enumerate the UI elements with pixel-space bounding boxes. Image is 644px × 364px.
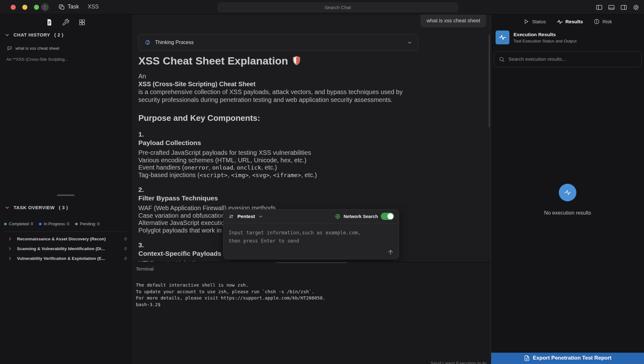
window-controls <box>595 3 640 11</box>
task-status-legend: Completed: 0In Progress: 0Pending: 0 <box>4 221 99 226</box>
export-report-button[interactable]: Export Penetration Test Report <box>491 353 644 364</box>
copy-stack-icon <box>58 4 65 10</box>
toggle-knob <box>387 213 393 219</box>
tools-wrench-icon[interactable] <box>62 18 70 26</box>
empty-state: No execution results <box>491 184 644 216</box>
section-items: Pre-crafted JavaScript payloads for test… <box>138 149 419 179</box>
right-tab-label: Results <box>565 19 583 25</box>
thinking-process-toggle[interactable]: Thinking Process <box>138 34 418 51</box>
chat-main-area: what is xss cheat sheet Thinking Process… <box>132 14 491 364</box>
chevron-down-icon[interactable] <box>258 214 263 219</box>
status-legend-label: Pending: 0 <box>80 221 99 226</box>
terminal-output: The default interactive shell is now zsh… <box>136 282 325 308</box>
chevron-down-icon <box>5 33 9 37</box>
chat-bubble-icon <box>7 46 12 51</box>
document-icon[interactable] <box>45 18 53 26</box>
article-paragraph: XSS (Cross-Site Scripting) Cheat Sheet <box>138 80 419 88</box>
chevron-down-icon <box>5 205 9 210</box>
section-heading: Filter Bypass Techniques <box>138 194 419 202</box>
tab-task[interactable]: Task <box>58 3 79 10</box>
chevron-down-icon <box>407 40 412 45</box>
tab-xss-label: XSS <box>88 3 99 10</box>
send-button[interactable] <box>387 249 394 256</box>
chat-history-item-label: An **XSS (Cross-Site Scripting... <box>6 57 68 62</box>
tab-xss[interactable]: XSS <box>88 3 99 10</box>
search-chat-input[interactable] <box>218 3 458 12</box>
execution-search-input[interactable] <box>508 56 637 62</box>
close-window-button[interactable] <box>11 5 16 10</box>
section-item: Event handlers (onerror, onload, onclick… <box>138 164 419 171</box>
app-window: Task XSS <box>0 0 644 364</box>
section-item: Tag-based injections (<script>, <img>, <… <box>138 171 419 179</box>
chat-history-item[interactable]: An **XSS (Cross-Site Scripting... <box>6 57 131 62</box>
pulse-icon <box>496 31 509 44</box>
article-subtitle: Purpose and Key Components: <box>138 113 419 123</box>
task-overview-section-header[interactable]: TASK OVERVIEW ( 3 ) <box>5 205 68 210</box>
search-icon <box>499 56 505 62</box>
settings-gear-icon[interactable] <box>632 3 640 11</box>
article-paragraph: is a comprehensive collection of XSS pay… <box>138 88 419 104</box>
inline-code: <iframe> <box>273 172 301 178</box>
inline-code: <script> <box>200 172 228 178</box>
right-tab-results[interactable]: Results <box>557 19 583 25</box>
chat-history-list: what is xss cheat sheetAn **XSS (Cross-S… <box>0 46 131 68</box>
inline-code: onclick <box>237 164 261 171</box>
toggle-bottom-panel-icon[interactable] <box>608 3 615 11</box>
user-message-bubble: what is xss cheat sheet <box>420 14 486 27</box>
chat-history-item-label: what is xss cheat sheet <box>15 46 59 51</box>
brain-icon <box>144 39 151 46</box>
app-logo-icon <box>41 3 49 11</box>
send-latest-execution-link[interactable]: Send Latest Execution to AI <box>430 361 486 364</box>
terminal-resize-handle[interactable] <box>276 262 347 263</box>
status-legend-item: Pending: 0 <box>75 221 99 226</box>
chat-history-title: CHAT HISTORY <box>14 32 50 37</box>
target-input-field[interactable]: Input target information,such as example… <box>229 229 371 245</box>
right-tab-status[interactable]: Status <box>523 19 546 25</box>
section-item: Pre-crafted JavaScript payloads for test… <box>138 149 419 157</box>
section-item: Various encoding schemes (HTML, URL, Uni… <box>138 157 419 164</box>
sidebar-resize-handle[interactable] <box>57 194 75 196</box>
chat-history-section-header[interactable]: CHAT HISTORY ( 2 ) <box>5 32 64 37</box>
section-heading: Payload Collections <box>138 138 419 147</box>
swap-arrows-icon <box>228 214 234 219</box>
zoom-window-button[interactable] <box>34 5 39 10</box>
composer-header: Pentest Network Search <box>224 210 399 223</box>
status-dot <box>75 223 78 225</box>
chat-history-item[interactable]: what is xss cheat sheet <box>7 46 131 51</box>
divider <box>4 232 127 232</box>
chevron-right-icon <box>8 257 12 260</box>
task-label: Reconnaissance & Asset Discovery (Recon) <box>17 237 119 241</box>
toggle-left-panel-icon[interactable] <box>595 3 603 11</box>
chat-scrollbar[interactable] <box>489 35 490 127</box>
right-panel: StatusResultsRisk Execution Results Tool… <box>491 14 644 364</box>
task-count: 0 <box>125 246 127 251</box>
mode-selector[interactable]: Pentest <box>237 214 255 219</box>
execution-results-title: Execution Results <box>514 32 576 37</box>
inline-code: <svg> <box>252 172 270 178</box>
right-tab-label: Risk <box>602 19 612 25</box>
task-label: Scanning & Vulnerability Identification … <box>17 246 119 251</box>
inline-code: onload <box>212 164 233 171</box>
right-panel-tabs: StatusResultsRisk <box>491 14 644 25</box>
article-title: XSS Cheat Sheet Explanation <box>138 54 419 67</box>
task-overview-row[interactable]: Vulnerability Verification & Exploitatio… <box>0 254 131 263</box>
thinking-process-label: Thinking Process <box>155 40 194 45</box>
network-search-toggle[interactable] <box>381 213 394 220</box>
task-overview-row[interactable]: Scanning & Vulnerability Identification … <box>0 244 131 254</box>
terminal-title: Terminal <box>136 266 154 272</box>
chevron-right-icon <box>8 247 12 250</box>
window-traffic-lights <box>11 5 39 10</box>
minimize-window-button[interactable] <box>22 5 27 10</box>
inline-code: <img> <box>231 172 249 178</box>
right-tab-risk[interactable]: Risk <box>594 19 612 25</box>
grid-apps-icon[interactable] <box>78 18 86 26</box>
task-overview-count: ( 3 ) <box>59 205 68 210</box>
toggle-right-panel-icon[interactable] <box>620 3 627 11</box>
shield-emoji-icon <box>292 56 301 66</box>
file-text-icon <box>524 355 530 361</box>
pulse-circle-icon <box>559 184 576 201</box>
task-overview-row[interactable]: Reconnaissance & Asset Discovery (Recon)… <box>0 234 131 244</box>
task-overview-title: TASK OVERVIEW <box>14 205 55 210</box>
export-report-label: Export Penetration Test Report <box>533 355 612 361</box>
article-intro: AnXSS (Cross-Site Scripting) Cheat Sheet… <box>138 72 419 104</box>
